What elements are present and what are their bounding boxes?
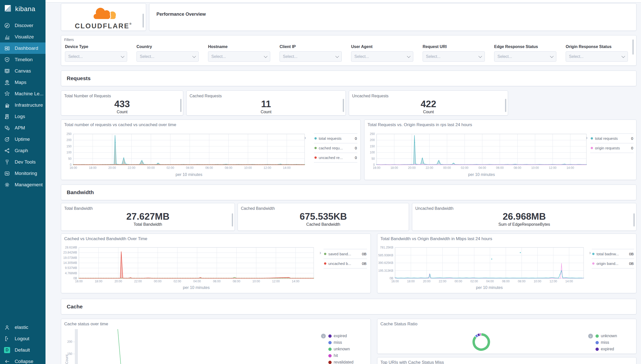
svg-text:28.61MB: 28.61MB <box>65 246 77 249</box>
metric-value: 27.627MB <box>61 212 235 222</box>
sidebar-nav: DiscoverVisualizeDashboardTimelionCanvas… <box>0 20 45 190</box>
series-color-dot <box>596 348 599 351</box>
legend-item-hit[interactable]: hit <box>328 352 353 359</box>
svg-text:16:00: 16:00 <box>391 280 399 283</box>
legend-toggle-icon[interactable]: › <box>304 135 306 140</box>
legend-label: unknown <box>601 334 617 338</box>
uptime-icon <box>4 136 10 142</box>
sidebar-item-infrastructure[interactable]: Infrastructure <box>0 99 45 111</box>
sidebar-item-maps[interactable]: Maps <box>0 77 45 88</box>
legend-item-expired[interactable]: expired <box>596 346 617 352</box>
logs-icon <box>4 113 10 120</box>
legend-item-total-requests[interactable]: total requests0 <box>590 133 634 143</box>
legend-toggle-icon[interactable]: › <box>589 250 591 255</box>
sidebar-item-logs[interactable]: Logs <box>0 111 45 122</box>
legend-item-uncached-re-[interactable]: uncached re...0 <box>314 153 357 163</box>
svg-text:100: 100 <box>370 151 375 154</box>
legend-toggle-icon[interactable]: › <box>319 250 321 255</box>
legend-item-unknown[interactable]: unknown <box>596 333 617 339</box>
sidebar-footer-label: Collapse <box>15 359 33 364</box>
series-color-dot <box>328 348 332 351</box>
requests-over-time-chart[interactable]: 05010015020025016:0018:0020:0022:0000:00… <box>61 132 308 175</box>
panel-scrollbar[interactable] <box>505 99 506 112</box>
sidebar-item-machine-le[interactable]: Machine Le... <box>0 88 45 99</box>
sidebar-item-label: Monitoring <box>15 171 37 176</box>
filter-select[interactable]: Select... <box>566 51 628 62</box>
legend-item-saved-band-[interactable]: saved band...0B <box>324 249 367 259</box>
apm-icon <box>4 125 10 131</box>
legend-item-revalidated[interactable]: revalidated <box>328 359 353 364</box>
kibana-brand[interactable]: kibana <box>0 0 45 16</box>
sidebar-item-dev-tools[interactable]: Dev Tools <box>0 156 45 168</box>
sidebar-item-visualize[interactable]: Visualize <box>0 31 45 42</box>
sidebar-item-dashboard[interactable]: Dashboard <box>0 42 45 54</box>
sidebar-item-graph[interactable]: Graph <box>0 145 45 156</box>
svg-text:04:00: 04:00 <box>186 166 194 170</box>
sidebar-footer-elastic[interactable]: elastic <box>0 322 45 333</box>
sidebar-footer-logout[interactable]: Logout <box>0 333 45 344</box>
svg-text:12:00: 12:00 <box>550 280 557 283</box>
legend-item-cached-requ-[interactable]: cached requ...0 <box>314 143 357 153</box>
svg-text:18:00: 18:00 <box>407 280 415 283</box>
total-vs-origin-requests-chart[interactable]: 05010015020025016:0018:0020:0022:0000:00… <box>364 132 589 175</box>
filter-select[interactable]: Select... <box>280 51 342 62</box>
legend-item-total-requests[interactable]: total requests0 <box>314 133 357 143</box>
sidebar-item-monitoring[interactable]: Monitoring <box>0 168 45 179</box>
panel-scrollbar[interactable] <box>633 213 635 226</box>
sidebar-item-uptime[interactable]: Uptime <box>0 133 45 145</box>
chart-title: Cache Status Ratio <box>377 319 636 327</box>
filter-select[interactable]: Select... <box>208 51 270 62</box>
svg-text:22:00: 22:00 <box>128 166 135 170</box>
chart-legend: total requests0cached requ...0uncached r… <box>314 133 357 163</box>
svg-text:100: 100 <box>66 151 72 154</box>
svg-text:10:00: 10:00 <box>253 280 260 283</box>
panel-scrollbar[interactable] <box>232 213 233 226</box>
chevron-down-icon <box>550 54 554 58</box>
total-vs-origin-bandwidth-chart[interactable]: 0B195.313KB390.625KB585.938KB781.25KB16:… <box>378 246 586 288</box>
legend-item-origin-band-[interactable]: origin band...0B <box>592 259 634 268</box>
series-color-dot <box>314 147 317 149</box>
legend-item-origin-requests[interactable]: origin requests0 <box>590 143 634 153</box>
sidebar-item-management[interactable]: Management <box>0 179 45 190</box>
filter-select[interactable]: Select... <box>65 51 127 62</box>
svg-text:14:00: 14:00 <box>566 166 574 170</box>
panel-scrollbar[interactable] <box>343 99 344 112</box>
page-title: Performance Overview <box>149 4 636 17</box>
svg-text:150: 150 <box>370 145 375 148</box>
sidebar-footer-default[interactable]: DDefault <box>0 344 45 356</box>
legend-item-hit[interactable]: hit <box>596 352 617 354</box>
legend-toggle-icon[interactable]: › <box>586 135 588 140</box>
filter-select[interactable]: Select... <box>351 51 413 62</box>
legend-toggle-icon[interactable]: › <box>321 334 326 338</box>
legend-item-uncached-b-[interactable]: uncached b...0B <box>324 259 367 268</box>
sidebar-footer-collapse[interactable]: Collapse <box>0 356 45 364</box>
sidebar-item-discover[interactable]: Discover <box>0 20 45 31</box>
legend-item-miss[interactable]: miss <box>328 339 353 346</box>
filter-select[interactable]: Select... <box>136 51 199 62</box>
sidebar-item-canvas[interactable]: Canvas <box>0 65 45 77</box>
legend-label: uncached b... <box>328 261 351 266</box>
panel-scrollbar[interactable] <box>180 99 181 112</box>
cache-status-ratio-donut[interactable] <box>469 329 494 354</box>
metric-cached-requests: Cached Requests 11 Count <box>186 90 346 116</box>
svg-text:06:00: 06:00 <box>502 280 510 283</box>
sidebar-item-timelion[interactable]: Timelion <box>0 54 45 65</box>
svg-text:04:00: 04:00 <box>486 280 494 283</box>
sidebar-item-label: Timelion <box>15 57 33 62</box>
legend-item-miss[interactable]: miss <box>596 339 617 346</box>
panel-scrollbar[interactable] <box>632 39 634 55</box>
legend-item-total-badnw-[interactable]: total badnw...0B <box>592 249 634 259</box>
legend-item-unknown[interactable]: unknown <box>328 346 353 352</box>
cache-status-over-time-chart[interactable]: 200150 <box>66 329 322 364</box>
filter-select[interactable]: Select... <box>423 51 485 62</box>
filter-select[interactable]: Select... <box>494 51 556 62</box>
top-strip <box>45 0 641 3</box>
legend-toggle-icon[interactable]: › <box>588 334 593 338</box>
legend-value: 0B <box>627 261 634 266</box>
svg-text:250: 250 <box>66 132 72 136</box>
legend-item-expired[interactable]: expired <box>328 333 353 339</box>
cached-vs-uncached-bandwidth-chart[interactable]: 0B4.768MB9.537MB14.305MB19.073MB23.842MB… <box>62 246 316 288</box>
cloudflare-wordmark: CLOUDFLARE® <box>75 22 132 30</box>
panel-scrollbar[interactable] <box>143 14 144 28</box>
sidebar-item-apm[interactable]: APM <box>0 122 45 133</box>
